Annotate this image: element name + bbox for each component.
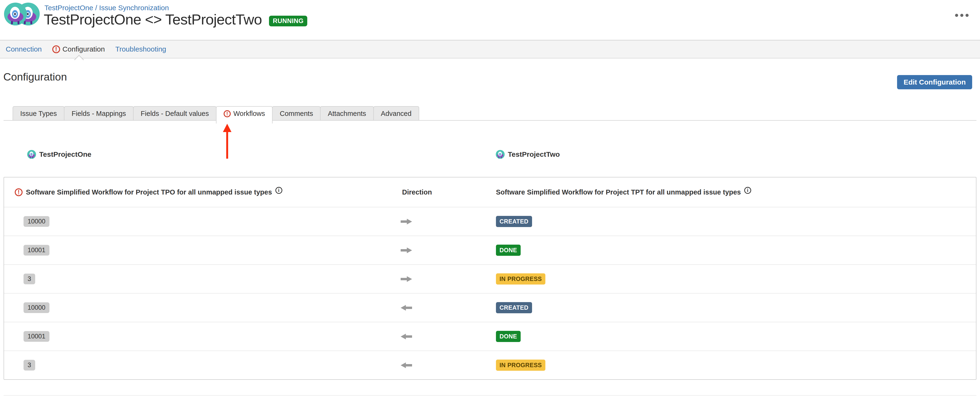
section-nav: Connection Configuration Troubleshooting: [0, 40, 980, 59]
nav-item-connection[interactable]: Connection: [6, 40, 42, 58]
error-icon: [15, 188, 22, 196]
direction-arrow-left-icon: [401, 333, 412, 340]
page-heading: Configuration: [3, 71, 67, 83]
more-actions-button[interactable]: [953, 12, 970, 19]
breadcrumb[interactable]: TestProjectOne / Issue Synchronization: [45, 4, 169, 12]
project-header-left: TestProjectOne: [27, 150, 91, 159]
tab-label: Comments: [280, 110, 313, 118]
project-name: TestProjectTwo: [508, 150, 560, 158]
target-status-badge: IN PROGRESS: [496, 359, 546, 371]
nav-item-label: Connection: [6, 45, 42, 53]
nav-item-configuration[interactable]: Configuration: [52, 40, 105, 58]
project-avatar-icon: [496, 150, 505, 159]
configuration-tabs: Issue Types Fields - Mappings Fields - D…: [3, 106, 977, 124]
workflow-mapping-row: 10000 CREATED: [4, 293, 976, 322]
direction-arrow-right-icon: [401, 276, 412, 282]
tab-label: Workflows: [233, 110, 265, 118]
info-icon[interactable]: [275, 187, 282, 194]
ellipsis-icon: [955, 14, 958, 17]
title-row: TestProjectOne <> TestProjectTwo RUNNING: [44, 11, 307, 28]
sync-status-badge: RUNNING: [269, 16, 307, 26]
edit-configuration-button[interactable]: Edit Configuration: [897, 75, 972, 89]
info-icon[interactable]: [744, 187, 751, 194]
target-status-badge: DONE: [496, 331, 521, 342]
ellipsis-icon: [966, 14, 969, 17]
header: TestProjectOne / Issue Synchronization T…: [0, 0, 980, 40]
error-icon: [224, 110, 231, 117]
nav-item-label: Configuration: [62, 45, 105, 53]
tabs-baseline: [3, 120, 977, 121]
workflow-mapping-row: 10001 DONE: [4, 322, 976, 351]
tab-fields-default-values[interactable]: Fields - Default values: [133, 106, 216, 121]
project-header-right: TestProjectTwo: [496, 150, 560, 159]
target-status-badge: CREATED: [496, 216, 532, 227]
workflow-mapping-row: 3 IN PROGRESS: [4, 351, 976, 379]
tab-label: Fields - Default values: [141, 110, 209, 118]
target-status-badge: DONE: [496, 245, 521, 256]
issue-sync-configuration-page: TestProjectOne / Issue Synchronization T…: [0, 0, 980, 399]
workflow-mapping-row: 3 IN PROGRESS: [4, 264, 976, 293]
tab-label: Attachments: [328, 110, 366, 118]
source-status-pill: 10001: [24, 331, 49, 342]
source-status-pill: 10001: [24, 245, 49, 256]
tab-attachments[interactable]: Attachments: [320, 106, 374, 121]
direction-arrow-right-icon: [401, 218, 412, 225]
source-status-pill: 3: [24, 360, 35, 370]
target-workflow-header: Software Simplified Workflow for Project…: [496, 188, 741, 196]
workflow-mapping-row: 10000 CREATED: [4, 207, 976, 235]
source-status-pill: 10000: [24, 216, 49, 227]
table-header-row: Software Simplified Workflow for Project…: [4, 177, 976, 207]
tab-fields-mappings[interactable]: Fields - Mappings: [64, 106, 134, 121]
tab-comments[interactable]: Comments: [272, 106, 321, 121]
source-workflow-header: Software Simplified Workflow for Project…: [26, 188, 272, 196]
source-status-pill: 3: [24, 273, 35, 284]
target-status-badge: IN PROGRESS: [496, 273, 546, 285]
direction-arrow-left-icon: [401, 304, 412, 311]
nav-item-troubleshooting[interactable]: Troubleshooting: [115, 40, 166, 58]
tab-advanced[interactable]: Advanced: [373, 106, 419, 121]
direction-arrow-right-icon: [401, 247, 412, 254]
annotation-arrow-icon: [223, 124, 232, 159]
error-icon: [52, 45, 60, 53]
tab-label: Issue Types: [20, 110, 57, 118]
tab-label: Fields - Mappings: [72, 110, 126, 118]
direction-header: Direction: [402, 188, 432, 196]
tab-label: Advanced: [381, 110, 412, 118]
project-avatar-icon: [27, 150, 36, 159]
workflow-mapping-row: 10001 DONE: [4, 235, 976, 264]
exalate-sync-logo-icon: [4, 2, 40, 26]
project-name: TestProjectOne: [39, 150, 91, 158]
tab-issue-types[interactable]: Issue Types: [13, 106, 64, 121]
ellipsis-icon: [960, 14, 963, 17]
workflow-mapping-table: Software Simplified Workflow for Project…: [3, 177, 977, 380]
direction-arrow-left-icon: [401, 362, 412, 369]
footer-divider: [3, 395, 977, 396]
nav-item-label: Troubleshooting: [115, 45, 166, 53]
target-status-badge: CREATED: [496, 302, 532, 313]
source-status-pill: 10000: [24, 302, 49, 313]
tab-workflows[interactable]: Workflows: [216, 106, 272, 124]
page-title: TestProjectOne <> TestProjectTwo: [44, 11, 262, 28]
